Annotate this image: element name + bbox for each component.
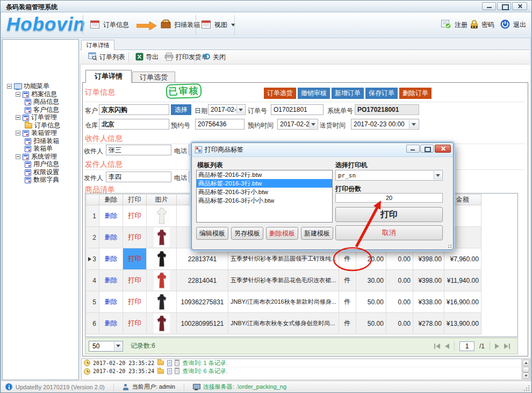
print-link[interactable]: 打印 <box>123 291 147 313</box>
delivery-time-field[interactable]: 2017-02-23 00:00 <box>351 119 419 130</box>
prev-page-button[interactable] <box>445 344 449 349</box>
resize-grip[interactable] <box>528 390 529 391</box>
calendar-dropdown-icon[interactable] <box>409 120 418 128</box>
close-tab-button[interactable]: 关闭 <box>199 52 228 63</box>
delete-link[interactable]: 删除 <box>99 248 123 270</box>
export-button[interactable]: 导出 <box>133 52 161 63</box>
delete-link[interactable]: 删除 <box>99 270 123 291</box>
order-info-toolbar-button[interactable]: 订单信息 <box>90 19 129 31</box>
next-page-button[interactable] <box>495 344 499 349</box>
close-button[interactable] <box>512 2 527 10</box>
page-size-select[interactable]: 50 <box>89 341 123 352</box>
date-select[interactable]: 2017-02-18 <box>208 104 246 115</box>
folder-icon[interactable] <box>157 369 164 374</box>
recipient-name-field[interactable]: 张三 <box>106 145 171 155</box>
collapse-icon[interactable] <box>16 115 20 120</box>
trash-icon[interactable] <box>175 368 179 374</box>
print-link[interactable]: 打印 <box>123 270 147 291</box>
exit-button[interactable]: 退出 <box>500 19 526 31</box>
order-list-button[interactable]: 订单列表 <box>85 52 128 63</box>
scan-packing-toolbar-button[interactable]: 扫描装箱 <box>160 19 200 31</box>
template-item[interactable]: 商品标签-2016-2行.btw <box>197 170 332 179</box>
tree-node-data-dictionary[interactable]: 数据字典 <box>25 175 59 184</box>
printer-select[interactable]: pr_sn <box>335 170 443 181</box>
print-link[interactable]: 打印 <box>123 227 147 248</box>
delete-link[interactable]: 删除 <box>99 205 123 227</box>
chevron-down-icon[interactable] <box>309 120 317 128</box>
selected-row-marker-icon <box>88 257 91 261</box>
folder-icon[interactable] <box>157 361 164 366</box>
print-link[interactable]: 打印 <box>123 248 147 270</box>
scroll-thumb[interactable] <box>522 367 529 373</box>
dialog-close-button[interactable] <box>435 145 451 153</box>
save-as-template-button[interactable]: 另存模板 <box>231 227 263 240</box>
table-row[interactable]: 5 删除 打印 109362275831 JNBY/江南布衣2016秋冬新款时尚… <box>87 291 481 313</box>
garment-icon <box>157 316 166 331</box>
server-icon <box>193 384 200 390</box>
copies-input[interactable]: 20 <box>335 193 443 203</box>
print-link[interactable]: 打印 <box>123 205 147 227</box>
delete-template-button[interactable]: 删除模板 <box>266 227 298 240</box>
template-item-selected[interactable]: 商品标签-2016-3行.btw <box>197 179 332 188</box>
delete-link[interactable]: 删除 <box>99 227 123 248</box>
product-image <box>147 291 177 313</box>
last-page-button[interactable] <box>504 344 510 349</box>
maximize-button[interactable] <box>497 2 511 10</box>
tab-order-detail-document[interactable]: 订单详情 <box>81 40 114 50</box>
table-row[interactable]: 6 删除 打印 100280995121 JNBY/江南布衣秋冬女式修身创意时尚… <box>87 313 481 334</box>
cancel-audit-button[interactable]: 撤销审核 <box>298 88 330 99</box>
customer-field[interactable]: 京东闪购 <box>99 104 169 115</box>
collapse-icon[interactable] <box>16 131 20 135</box>
dialog-maximize-button[interactable] <box>420 145 434 153</box>
dialog-resize-grip <box>450 247 451 248</box>
new-template-button[interactable]: 新建模板 <box>301 227 333 240</box>
table-row[interactable]: 4 删除 打印 22814041 五季梦针织衫冬季新品花色毛织连衣裙... 件 … <box>87 270 481 291</box>
server-text: 连接服务器: .\order_packing_ng <box>203 383 286 391</box>
reserve-no-field[interactable]: 20756436 <box>195 119 245 130</box>
document-icon[interactable] <box>167 368 172 374</box>
edit-template-button[interactable]: 编辑模板 <box>196 227 228 240</box>
page-number-input[interactable]: 1 <box>459 341 475 351</box>
save-order-button[interactable]: 保存订单 <box>365 88 398 99</box>
order-pick-button[interactable]: 订单选货 <box>264 88 296 99</box>
tab-order-detail[interactable]: 订单详情 <box>85 70 132 83</box>
register-button[interactable]: 注册 <box>441 19 468 31</box>
status-bar: UpdateBy 20170219 (Version 2.0) 当前用户: ad… <box>1 381 531 392</box>
scroll-down-icon[interactable] <box>522 373 529 379</box>
sender-name-field[interactable]: 李四 <box>106 172 171 182</box>
password-button[interactable]: 密码 <box>470 19 494 31</box>
collapse-icon[interactable] <box>16 92 20 97</box>
order-info-section-title: 订单信息 <box>85 88 115 97</box>
log-scrollbar[interactable] <box>521 359 530 380</box>
template-listbox[interactable]: 商品标签-2016-2行.btw 商品标签-2016-3行.btw 商品标签-2… <box>196 170 333 223</box>
warehouse-field[interactable]: 北京 <box>99 119 169 130</box>
collapse-icon[interactable] <box>16 154 20 159</box>
cancel-button[interactable]: 取消 <box>335 225 443 240</box>
table-row-selected[interactable]: 3 删除 打印 22813741 五季梦针织衫冬季新品圆领手工钉珠纯... 件 … <box>87 248 481 270</box>
scroll-up-icon[interactable] <box>522 360 529 366</box>
print-button[interactable]: 打印 <box>335 207 443 222</box>
document-icon[interactable] <box>167 360 172 366</box>
reserve-time-select[interactable]: 2017-02-23 <box>277 119 318 130</box>
print-link[interactable]: 打印 <box>123 313 147 334</box>
view-menu-button[interactable]: 视图 <box>201 19 235 31</box>
template-item[interactable]: 商品标签-2016-3行小.btw <box>197 188 332 196</box>
order-no-field[interactable]: O17021801 <box>271 104 323 115</box>
info-icon <box>5 383 12 390</box>
delete-order-button[interactable]: 删除订单 <box>399 88 432 99</box>
delete-link[interactable]: 删除 <box>99 313 123 334</box>
choose-customer-button[interactable]: 选择 <box>171 104 191 115</box>
chevron-down-icon[interactable] <box>236 105 245 114</box>
collapse-icon[interactable] <box>7 84 12 89</box>
minimize-button[interactable] <box>482 2 496 10</box>
first-page-button[interactable] <box>434 344 440 349</box>
version-text: UpdateBy 20170219 (Version 2.0) <box>16 384 105 390</box>
new-order-button[interactable]: 新增订单 <box>332 88 364 99</box>
delete-link[interactable]: 删除 <box>99 291 123 313</box>
dialog-minimize-button[interactable] <box>406 145 420 153</box>
trash-icon[interactable] <box>175 360 179 366</box>
chevron-down-icon[interactable] <box>434 171 442 180</box>
recipient-section-title: 收件人信息 <box>85 134 123 144</box>
tab-order-picking[interactable]: 订单选货 <box>132 72 175 83</box>
template-item[interactable]: 商品标签-2016-3行小小.btw <box>197 196 332 205</box>
